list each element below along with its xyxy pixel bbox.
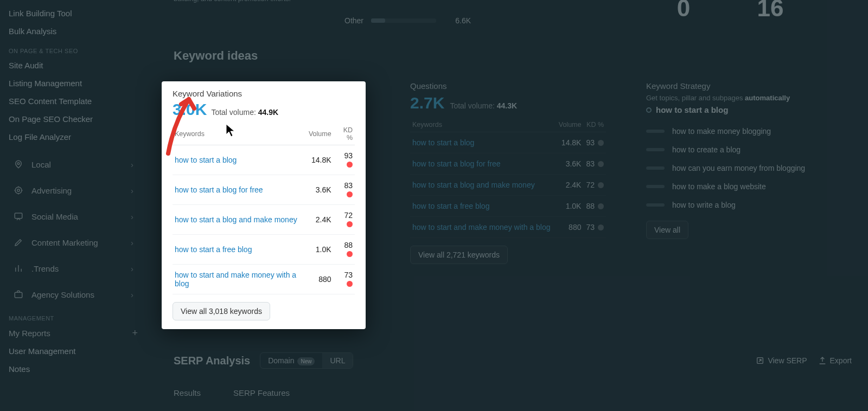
strategy-item-label: how can you earn money from blogging (672, 164, 805, 172)
stat-value: 16 (738, 0, 803, 22)
strategy-item[interactable]: how to make money blogging (646, 122, 842, 140)
keyword-cell[interactable]: how to start a blog (410, 132, 556, 153)
table-row: how to start a blog and make money2.4K72 (410, 175, 606, 196)
kd-cell: 72 (583, 175, 606, 196)
sidebar-item-social[interactable]: Social Media › (8, 203, 139, 229)
sidebar-section-label: MANAGEMENT (8, 307, 139, 324)
sidebar-item-advertising[interactable]: Advertising › (8, 177, 139, 203)
chevron-right-icon: › (131, 212, 133, 221)
sidebar: Link Building Tool Bulk Analysis ON PAGE… (0, 0, 146, 411)
keyword-cell[interactable]: how to start a blog for free (173, 175, 307, 205)
sidebar-item-reports[interactable]: My Reports + (8, 324, 139, 342)
table-row: how to start a free blog1.0K88 (410, 196, 606, 217)
sidebar-link[interactable]: Site Audit (8, 56, 139, 74)
col-volume: Volume (307, 123, 334, 145)
table-row: how to start a blog for free3.6K83 (410, 153, 606, 175)
serp-analysis-section: SERP Analysis DomainNew URL View SERP Ex… (174, 352, 852, 397)
sidebar-link[interactable]: Bulk Analysis (8, 22, 139, 40)
keyword-variations-panel: Keyword Variations 3.0K Total volume: 44… (162, 81, 366, 329)
export-button[interactable]: Export (818, 356, 852, 365)
volume-cell: 14.8K (307, 145, 334, 175)
keyword-cell[interactable]: how to start a blog for free (410, 153, 556, 175)
panel-total-volume: Total volume: 44.9K (211, 108, 278, 117)
keyword-cell[interactable]: how to start and make money with a blog (410, 217, 556, 238)
keyword-cell[interactable]: how to start a free blog (410, 196, 556, 217)
kd-cell: 73 (334, 265, 355, 294)
strategy-item-label: how to make money blogging (672, 127, 771, 136)
sidebar-item-content[interactable]: Content Marketing › (8, 229, 139, 255)
section-title: Keyword ideas (174, 49, 852, 63)
distribution-value: 6.6K (444, 16, 471, 25)
upload-icon (818, 356, 827, 365)
col-kd: KD % (334, 123, 355, 145)
chevron-right-icon: › (131, 186, 133, 195)
sidebar-link[interactable]: Log File Analyzer (8, 128, 139, 146)
volume-cell: 2.4K (307, 205, 334, 235)
strategy-root-label: how to start a blog (656, 105, 728, 114)
view-all-strategy-button[interactable]: View all (646, 221, 688, 239)
keyword-cell[interactable]: how to start and make money with a blog (173, 265, 307, 294)
panel-count: 3.0K (173, 100, 207, 119)
sidebar-link[interactable]: User Management (8, 342, 139, 360)
chevron-right-icon: › (131, 160, 133, 169)
cursor-icon (226, 124, 237, 139)
sidebar-link[interactable]: Listing Management (8, 74, 139, 92)
pencil-icon (13, 237, 24, 248)
sidebar-item-local[interactable]: Local › (8, 151, 139, 177)
sidebar-item-trends[interactable]: .Trends › (8, 255, 139, 281)
kd-cell: 88 (583, 196, 606, 217)
chat-icon (13, 211, 24, 222)
distribution-label: Other (344, 16, 363, 25)
table-row: how to start a blog for free3.6K83 (173, 175, 355, 205)
view-all-variations-button[interactable]: View all 3,018 keywords (173, 302, 270, 320)
stub-icon (646, 130, 665, 133)
volume-cell: 1.0K (307, 235, 334, 265)
col-keywords: Keywords (410, 118, 556, 132)
kd-cell: 88 (334, 235, 355, 265)
kd-cell: 93 (334, 145, 355, 175)
questions-table: Keywords Volume KD % how to start a blog… (410, 118, 606, 238)
keyword-cell[interactable]: how to start a free blog (173, 235, 307, 265)
strategy-item-label: how to create a blog (672, 145, 741, 154)
table-row: how to start and make money with a blog8… (410, 217, 606, 238)
table-row: how to start a blog14.8K93 (410, 132, 606, 153)
panel-total-volume: Total volume: 44.3K (450, 101, 517, 110)
sidebar-link[interactable]: Notes (8, 360, 139, 378)
plus-icon[interactable]: + (132, 328, 138, 338)
stub-icon (646, 185, 665, 188)
serp-tab-results[interactable]: Results (174, 388, 201, 397)
sidebar-link[interactable]: On Page SEO Checker (8, 110, 139, 128)
strategy-item[interactable]: how to make a blog website (646, 177, 842, 196)
sidebar-item-label: Agency Solutions (31, 290, 94, 299)
strategy-root[interactable]: how to start a blog (646, 105, 842, 114)
view-serp-button[interactable]: View SERP (756, 356, 807, 365)
sidebar-link[interactable]: Link Building Tool (8, 4, 139, 22)
kd-cell: 72 (334, 205, 355, 235)
strategy-tagline: Get topics, pillar and subpages automati… (646, 94, 842, 102)
keyword-cell[interactable]: how to start a blog and make money (410, 175, 556, 196)
new-badge: New (297, 357, 315, 365)
chevron-right-icon: › (131, 238, 133, 247)
strategy-item[interactable]: how to create a blog (646, 140, 842, 159)
serp-tab-features[interactable]: SERP Features (233, 388, 290, 397)
strategy-item[interactable]: how can you earn money from blogging (646, 159, 842, 177)
seg-url[interactable]: URL (322, 353, 353, 368)
view-all-questions-button[interactable]: View all 2,721 keywords (410, 246, 508, 264)
external-link-icon (756, 356, 764, 365)
radio-dot-icon (646, 107, 652, 113)
keyword-cell[interactable]: how to start a blog (173, 145, 307, 175)
sidebar-item-label: Advertising (31, 186, 72, 195)
sidebar-item-label: Local (31, 160, 51, 169)
serp-title: SERP Analysis (174, 355, 250, 367)
keyword-cell[interactable]: how to start a blog and make money (173, 205, 307, 235)
strategy-item[interactable]: how to write a blog (646, 196, 842, 214)
seg-domain[interactable]: DomainNew (260, 353, 322, 368)
sidebar-item-agency[interactable]: Agency Solutions › (8, 281, 139, 307)
pin-icon (13, 159, 24, 170)
chevron-right-icon: › (131, 264, 133, 273)
sidebar-link[interactable]: SEO Content Template (8, 92, 139, 110)
table-row: how to start a blog14.8K93 (173, 145, 355, 175)
volume-cell: 2.4K (556, 175, 584, 196)
table-row: how to start a blog and make money2.4K72 (173, 205, 355, 235)
table-row: how to start a free blog1.0K88 (173, 235, 355, 265)
